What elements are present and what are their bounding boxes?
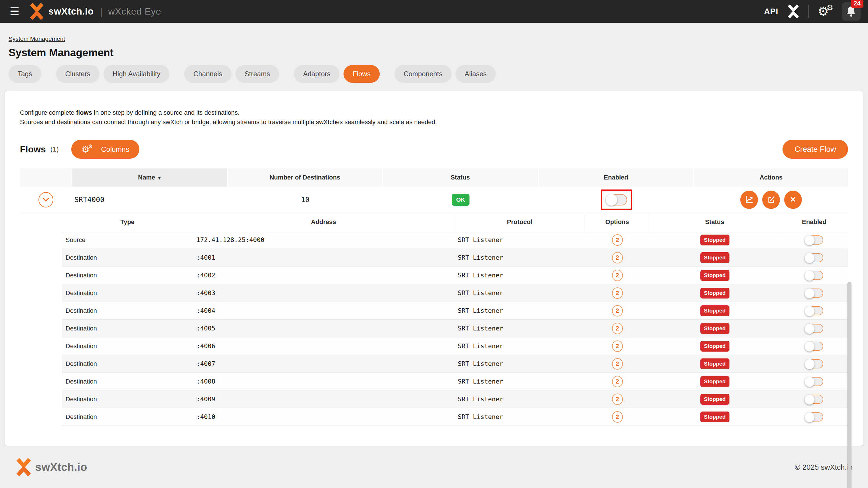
header-status[interactable]: Status (382, 168, 539, 186)
flow-detail-row: Source 172.41.128.25:4000 SRT Listener 2… (62, 231, 848, 249)
columns-button[interactable]: ⚙⚙ Columns (71, 140, 140, 159)
options-count-badge[interactable]: 2 (612, 394, 623, 405)
tab-clusters[interactable]: Clusters (56, 65, 99, 83)
destination-enabled-toggle[interactable] (805, 324, 823, 333)
notifications-button[interactable]: 24 (842, 2, 861, 21)
options-count-badge[interactable]: 2 (612, 270, 623, 281)
flow-edit-button[interactable] (762, 191, 780, 209)
flow-detail-row: Destination :4002 SRT Listener 2 Stopped (62, 266, 848, 284)
detail-protocol: SRT Listener (458, 254, 503, 261)
options-count-badge[interactable]: 2 (612, 287, 623, 299)
detail-protocol: SRT Listener (458, 272, 503, 279)
notification-count-badge: 24 (851, 0, 863, 8)
tab-channels[interactable]: Channels (184, 65, 231, 83)
footer-brand: swXtch.io (16, 458, 87, 476)
flow-detail-row: Destination :4008 SRT Listener 2 Stopped (62, 373, 848, 391)
detail-protocol: SRT Listener (458, 289, 503, 296)
flow-detail-row: Destination :4004 SRT Listener 2 Stopped (62, 302, 848, 320)
detail-type: Destination (66, 289, 97, 297)
tab-tags[interactable]: Tags (8, 65, 41, 83)
vertical-scrollbar[interactable] (847, 282, 851, 488)
flow-actions: ✕ (694, 191, 848, 209)
status-stopped-badge: Stopped (701, 341, 730, 352)
destination-enabled-toggle[interactable] (805, 342, 823, 351)
flows-count: (1) (51, 145, 59, 153)
options-count-badge[interactable]: 2 (612, 411, 623, 423)
flow-name: SRT4000 (74, 196, 104, 204)
collapse-row-button[interactable] (38, 192, 53, 207)
detail-header: Type Address Protocol Options Status Ena… (62, 213, 848, 231)
columns-gears-icon: ⚙⚙ (82, 145, 93, 154)
tab-group: ComponentsAliases (395, 65, 496, 83)
toggle-knob (804, 270, 815, 281)
options-count-badge[interactable]: 2 (612, 234, 623, 246)
copyright-text: © 2025 swXtch.io (795, 463, 852, 472)
destination-enabled-toggle[interactable] (805, 289, 823, 298)
options-count-badge[interactable]: 2 (612, 358, 623, 370)
breadcrumb[interactable]: System Management (8, 35, 65, 42)
detail-type: Destination (66, 396, 97, 403)
swxtch-logo-icon (29, 3, 44, 20)
flow-detail-row: Destination :4009 SRT Listener 2 Stopped (62, 391, 848, 408)
detail-address: :4006 (196, 342, 215, 350)
destination-enabled-toggle[interactable] (805, 306, 823, 315)
detail-header-protocol: Protocol (454, 213, 585, 231)
detail-header-type: Type (62, 213, 193, 231)
x-logo-icon[interactable] (787, 5, 800, 18)
destination-enabled-toggle[interactable] (805, 253, 823, 262)
menu-icon[interactable]: ☰ (10, 6, 20, 17)
flow-detail-row: Destination :4006 SRT Listener 2 Stopped (62, 337, 848, 355)
flows-description: Configure complete flows in one step by … (20, 108, 848, 127)
tab-high-availability[interactable]: High Availability (103, 65, 169, 83)
detail-protocol: SRT Listener (458, 396, 503, 403)
highlight-rectangle (601, 190, 632, 210)
detail-type: Destination (66, 325, 97, 332)
flow-row: SRT4000 10 OK (20, 186, 848, 213)
flow-detail-row: Destination :4007 SRT Listener 2 Stopped (62, 355, 848, 373)
destination-enabled-toggle[interactable] (805, 235, 823, 245)
flow-delete-button[interactable]: ✕ (784, 191, 802, 209)
toggle-knob (804, 359, 815, 369)
flow-stats-button[interactable] (740, 191, 758, 209)
destination-enabled-toggle[interactable] (805, 359, 823, 368)
tab-components[interactable]: Components (395, 65, 452, 83)
options-count-badge[interactable]: 2 (612, 305, 623, 316)
detail-type: Destination (66, 254, 97, 261)
options-count-badge[interactable]: 2 (612, 252, 623, 263)
flow-enabled-toggle[interactable] (606, 194, 627, 205)
close-icon: ✕ (790, 195, 796, 204)
destination-enabled-toggle[interactable] (805, 395, 823, 404)
destination-enabled-toggle[interactable] (805, 377, 823, 386)
header-name[interactable]: Name ▾ (71, 168, 228, 186)
header-actions: Actions (694, 168, 848, 186)
create-flow-button[interactable]: Create Flow (782, 140, 848, 159)
detail-address: :4004 (196, 307, 215, 314)
status-stopped-badge: Stopped (701, 358, 730, 369)
options-count-badge[interactable]: 2 (612, 323, 623, 334)
settings-gears-icon[interactable]: ⚙⚙ (817, 5, 833, 18)
destination-enabled-toggle[interactable] (805, 271, 823, 280)
api-link[interactable]: API (764, 7, 778, 16)
tab-flows[interactable]: Flows (343, 65, 380, 83)
options-count-badge[interactable]: 2 (612, 376, 623, 387)
status-stopped-badge: Stopped (701, 252, 730, 263)
header-enabled[interactable]: Enabled (539, 168, 694, 186)
detail-header-status: Status (649, 213, 780, 231)
header-destinations[interactable]: Number of Destinations (228, 168, 382, 186)
brand[interactable]: swXtch.io | wXcked Eye (29, 3, 161, 20)
flow-detail-row: Destination :4001 SRT Listener 2 Stopped (62, 249, 848, 266)
tab-adaptors[interactable]: Adaptors (294, 65, 340, 83)
detail-type: Destination (66, 272, 97, 279)
status-stopped-badge: Stopped (701, 411, 730, 422)
detail-protocol: SRT Listener (458, 342, 503, 350)
tab-group: AdaptorsFlows (294, 65, 380, 83)
destination-enabled-toggle[interactable] (805, 412, 823, 422)
flow-destination-count: 10 (301, 196, 310, 204)
detail-address: :4005 (196, 325, 215, 332)
brand-name: swXtch.io (49, 6, 94, 17)
tab-streams[interactable]: Streams (236, 65, 279, 83)
app-name: wXcked Eye (108, 6, 161, 17)
options-count-badge[interactable]: 2 (612, 341, 623, 352)
tab-aliases[interactable]: Aliases (456, 65, 496, 83)
detail-address: :4010 (196, 413, 215, 420)
